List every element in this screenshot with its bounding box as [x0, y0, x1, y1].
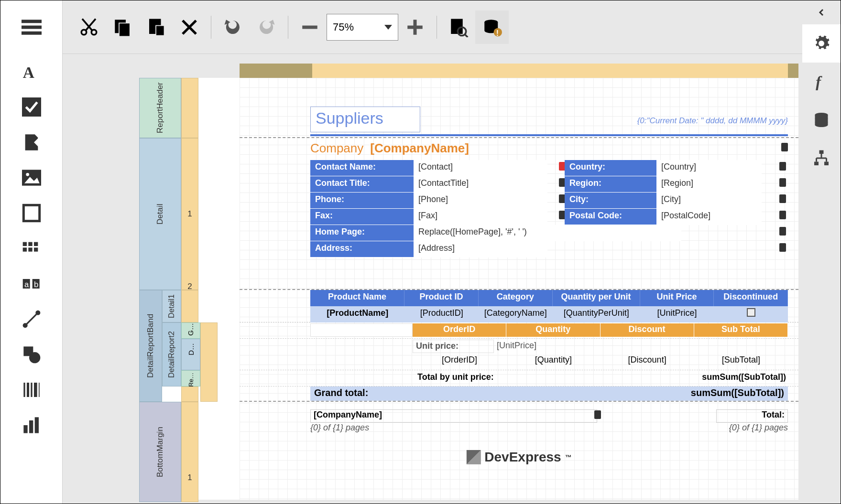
- report-explorer-tab[interactable]: [802, 139, 841, 177]
- vertical-ruler-rh: [181, 78, 198, 138]
- footer-pages-right[interactable]: {0} of {1} pages: [729, 423, 788, 433]
- band-detailreportband[interactable]: DetailReportBand: [139, 290, 162, 402]
- toolbox-richtext[interactable]: [0, 125, 62, 160]
- delete-button[interactable]: [173, 11, 206, 44]
- vertical-ruler-dr2: [200, 322, 218, 402]
- svg-line-22: [25, 313, 38, 326]
- band-reportfooter[interactable]: Re…: [181, 370, 200, 386]
- line-icon: [22, 310, 41, 329]
- detail-band-area[interactable]: Company [CompanyName] Contact Name:[Cont…: [240, 138, 798, 290]
- copy-button[interactable]: [106, 11, 139, 44]
- grand-total-band[interactable]: Grand total: sumSum([SubTotal]): [240, 386, 798, 402]
- total-by-unit-row[interactable]: Total by unit price: sumSum([SubTotal]): [310, 371, 788, 386]
- fieldlist-tab[interactable]: [802, 101, 841, 139]
- db-icon: [779, 162, 786, 171]
- vertical-ruler-d1: [181, 290, 198, 322]
- toolbox-chart[interactable]: [0, 407, 62, 443]
- svg-text:A: A: [22, 64, 34, 81]
- location-table[interactable]: Country:[Country] Region:[Region] City:[…: [565, 160, 762, 225]
- svg-rect-55: [814, 162, 819, 166]
- company-value: [CompanyName]: [370, 141, 469, 156]
- order-subheader[interactable]: OrderID Quantity Discount Sub Total: [310, 323, 788, 337]
- toolbox-line[interactable]: [0, 301, 62, 337]
- order-detail-band[interactable]: Unit price: [UnitPrice] [OrderID] [Quant…: [240, 339, 798, 370]
- band-detail[interactable]: Detail: [139, 138, 181, 290]
- grand-total-row[interactable]: Grand total: sumSum([SubTotal]): [310, 386, 788, 401]
- toolbox-barcode[interactable]: [0, 372, 62, 407]
- svg-rect-56: [824, 162, 829, 166]
- footer-total[interactable]: Total:: [716, 409, 788, 423]
- report-date-cell[interactable]: {0:"Current Date: " dddd, dd MMMM yyyy}: [637, 116, 788, 126]
- expressions-tab[interactable]: f: [802, 63, 841, 101]
- shape-icon: [22, 345, 41, 364]
- svg-rect-26: [27, 383, 29, 397]
- band-detail1[interactable]: Detail1: [162, 290, 181, 322]
- header-line[interactable]: [310, 134, 788, 136]
- db-icon: [781, 143, 788, 151]
- horizontal-ruler[interactable]: [240, 64, 798, 78]
- richtext-icon: [22, 133, 41, 152]
- checkbox-icon: [22, 97, 41, 117]
- cut-button[interactable]: [72, 11, 106, 44]
- ruler-page-area: [312, 64, 788, 78]
- toolbox-checkbox[interactable]: [0, 89, 62, 125]
- band-detailreport2[interactable]: DetailReport2: [162, 322, 181, 386]
- scripts-icon: !: [482, 17, 502, 37]
- toolbox-table[interactable]: [0, 231, 62, 266]
- zoom-out-button[interactable]: [293, 11, 327, 44]
- svg-rect-2: [22, 31, 42, 34]
- zoom-select[interactable]: 75%: [327, 14, 398, 41]
- bottommargin-band-area[interactable]: [CompanyName] Total: {0} of {1} pages {0…: [240, 402, 798, 502]
- band-bottommargin[interactable]: BottomMargin: [139, 402, 181, 502]
- footer-logo[interactable]: DevExpress™: [466, 450, 571, 465]
- svg-text:f: f: [816, 74, 822, 90]
- report-body: Suppliers {0:"Current Date: " dddd, dd M…: [240, 78, 798, 500]
- toolbar-separator: [288, 16, 288, 39]
- svg-rect-46: [451, 19, 463, 34]
- svg-rect-15: [34, 247, 38, 251]
- right-panel: f: [802, 0, 841, 504]
- svg-point-24: [29, 352, 40, 363]
- product-band[interactable]: Product Name Product ID Category Quantit…: [240, 290, 798, 322]
- db-icon: [779, 211, 786, 219]
- band-detail2[interactable]: D…: [181, 339, 200, 370]
- toolbox-character-comb[interactable]: ab: [0, 266, 62, 301]
- preview-button[interactable]: [442, 11, 475, 44]
- menu-button[interactable]: [0, 0, 62, 54]
- svg-rect-45: [414, 20, 417, 35]
- validate-button[interactable]: !: [475, 11, 509, 44]
- footer-pages-left[interactable]: {0} of {1} pages: [310, 423, 369, 433]
- paste-button[interactable]: [139, 11, 173, 44]
- toolbox-panel[interactable]: [0, 195, 62, 231]
- toolbox-label[interactable]: A: [0, 54, 62, 89]
- total-band[interactable]: Total by unit price: sumSum([SubTotal]): [240, 370, 798, 386]
- undo-button[interactable]: [216, 11, 250, 44]
- properties-tab[interactable]: [802, 24, 841, 63]
- collapse-button[interactable]: [802, 0, 841, 24]
- db-icon: [779, 227, 786, 236]
- report-title-cell[interactable]: Suppliers: [310, 107, 420, 132]
- tree-icon: [813, 150, 830, 167]
- vertical-ruler-gt: [181, 386, 198, 402]
- picture-icon: [22, 168, 41, 187]
- svg-rect-43: [302, 25, 317, 29]
- redo-button[interactable]: [250, 11, 283, 44]
- band-reportheader[interactable]: ReportHeader: [139, 78, 181, 138]
- design-surface[interactable]: ReportHeader Detail 1 2 DetailReportBand…: [139, 78, 798, 500]
- unit-price-row[interactable]: Unit price: [UnitPrice]: [310, 340, 788, 353]
- zoom-in-button[interactable]: [398, 11, 432, 44]
- toolbar-separator: [437, 16, 437, 39]
- product-data-row[interactable]: [ProductName] [ProductID] [CategoryName]…: [310, 306, 788, 322]
- band-groupheader[interactable]: G…: [181, 322, 200, 339]
- company-row[interactable]: Company [CompanyName]: [310, 140, 788, 156]
- toolbox-shape[interactable]: [0, 337, 62, 372]
- cut-icon: [79, 17, 99, 37]
- label-icon: A: [22, 62, 41, 81]
- footer-company[interactable]: [CompanyName]: [310, 409, 597, 423]
- reportheader-band-area[interactable]: Suppliers {0:"Current Date: " dddd, dd M…: [240, 78, 798, 138]
- toolbox-picture[interactable]: [0, 160, 62, 195]
- order-data-row[interactable]: [OrderID] [Quantity] [Discount] [SubTota…: [310, 354, 788, 368]
- redo-icon: [256, 17, 276, 37]
- order-header-band[interactable]: OrderID Quantity Discount Sub Total: [240, 322, 798, 339]
- product-header-row[interactable]: Product Name Product ID Category Quantit…: [310, 290, 788, 306]
